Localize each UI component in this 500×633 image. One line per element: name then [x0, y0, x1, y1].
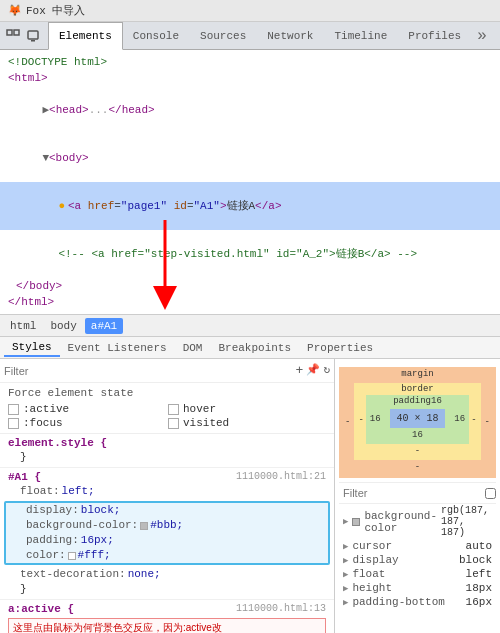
- inspect-element-icon[interactable]: [4, 27, 22, 45]
- css-prop-padding: padding: 16px;: [6, 533, 328, 548]
- computed-name-pb: padding-bottom: [352, 596, 461, 608]
- bg-color-swatch[interactable]: [140, 522, 148, 530]
- box-margin-bottom: -: [345, 462, 490, 472]
- computed-prop-list: ▶ background-color rgb(187, 187, 187) ▶ …: [339, 504, 496, 609]
- css-prop-val-padding: 16px;: [81, 533, 114, 548]
- checkbox-active[interactable]: [8, 404, 19, 415]
- state-visited[interactable]: visited: [168, 417, 326, 429]
- computed-arrow-bg: ▶: [343, 516, 348, 527]
- css-rule-a1: #A1 { 1110000.html:21 float: left; displ…: [0, 468, 334, 600]
- refresh-icon[interactable]: ↻: [323, 363, 330, 378]
- css-brace-close: }: [20, 450, 27, 465]
- css-prop-val-textdec: none;: [128, 567, 161, 582]
- css-prop-val-display: block;: [81, 503, 121, 518]
- box-margin-label: margin: [401, 369, 433, 379]
- box-margin-left: -: [345, 417, 350, 427]
- computed-item-cursor[interactable]: ▶ cursor auto: [339, 539, 496, 553]
- tab-properties[interactable]: Properties: [299, 340, 381, 356]
- computed-name-cursor: cursor: [352, 540, 461, 552]
- tab-event-listeners[interactable]: Event Listeners: [60, 340, 175, 356]
- more-tabs-icon[interactable]: »: [472, 26, 492, 46]
- state-hover[interactable]: hover: [168, 403, 326, 415]
- color-swatch[interactable]: [68, 552, 76, 560]
- state-hover-label: hover: [183, 403, 216, 415]
- dom-line-body[interactable]: ▼<body>: [0, 134, 500, 182]
- css-rule-element-style: element.style { }: [0, 434, 334, 468]
- dom-line-html: <html>: [0, 70, 500, 86]
- computed-val-display: block: [459, 554, 492, 566]
- breadcrumb-a1[interactable]: a#A1: [85, 318, 123, 334]
- tab-styles[interactable]: Styles: [4, 339, 60, 357]
- computed-filter-bar: Show all: [339, 482, 496, 504]
- devtools-tab-console[interactable]: Console: [123, 22, 190, 50]
- dom-line-head[interactable]: ▶<head>...</head>: [0, 86, 500, 134]
- computed-arrow-cursor: ▶: [343, 541, 348, 552]
- computed-filter-input[interactable]: [343, 487, 481, 499]
- css-source-a-active[interactable]: 1110000.html:13: [236, 603, 326, 615]
- box-border-label: border: [401, 384, 433, 394]
- computed-val-cursor: auto: [466, 540, 492, 552]
- computed-name-height: height: [352, 582, 461, 594]
- breadcrumb-html[interactable]: html: [4, 318, 42, 334]
- devtools-tab-elements[interactable]: Elements: [48, 22, 123, 50]
- computed-arrow-height: ▶: [343, 583, 348, 594]
- box-padding-label: padding16: [393, 396, 442, 406]
- add-style-icon[interactable]: +: [296, 363, 304, 378]
- devtools-menu-icon[interactable]: ⋮: [496, 26, 500, 46]
- title-bar-text: Fox 中导入: [26, 3, 85, 18]
- devtools-tab-network[interactable]: Network: [257, 22, 324, 50]
- css-rule-a-active-header: a:active { 1110000.html:13: [0, 602, 334, 616]
- checkbox-visited[interactable]: [168, 418, 179, 429]
- annotation-chinese: 这里点由鼠标为何背景色交反应，因为:active改为#A1:active才有反应…: [8, 618, 326, 633]
- breadcrumb-body[interactable]: body: [44, 318, 82, 334]
- box-padding-right: 16: [454, 414, 465, 424]
- css-prop-text-decoration: text-decoration: none;: [0, 567, 334, 582]
- computed-val-float: left: [466, 568, 492, 580]
- computed-item-bg-color[interactable]: ▶ background-color rgb(187, 187, 187): [339, 504, 496, 539]
- css-prop-display: display: block;: [6, 503, 328, 518]
- computed-item-display[interactable]: ▶ display block: [339, 553, 496, 567]
- state-focus[interactable]: :focus: [8, 417, 166, 429]
- box-border-left: -: [358, 415, 363, 425]
- css-prop-name-bg: background-color:: [26, 518, 138, 533]
- svg-rect-3: [31, 40, 35, 42]
- device-mode-icon[interactable]: [24, 27, 42, 45]
- devtools-tab-timeline[interactable]: Timeline: [324, 22, 398, 50]
- main-content: + 📌 ↻ Force element state :active hover: [0, 359, 500, 633]
- state-active[interactable]: :active: [8, 403, 166, 415]
- css-prop-float: float: left;: [0, 484, 334, 499]
- dom-line-html-close: </html>: [0, 294, 500, 310]
- state-active-label: :active: [23, 403, 69, 415]
- breadcrumb-bar: html body a#A1: [0, 315, 500, 337]
- tab-dom[interactable]: DOM: [175, 340, 211, 356]
- checkbox-focus[interactable]: [8, 418, 19, 429]
- dom-panel: <!DOCTYPE html> <html> ▶<head>...</head>…: [0, 50, 500, 315]
- computed-val-bg: rgb(187, 187, 187): [441, 505, 492, 538]
- computed-arrow-display: ▶: [343, 555, 348, 566]
- css-source-a1[interactable]: 1110000.html:21: [236, 471, 326, 483]
- devtools-tab-sources[interactable]: Sources: [190, 22, 257, 50]
- tab-breakpoints[interactable]: Breakpoints: [210, 340, 299, 356]
- styles-panel: + 📌 ↻ Force element state :active hover: [0, 359, 335, 633]
- computed-arrow-float: ▶: [343, 569, 348, 580]
- pin-icon[interactable]: 📌: [306, 363, 320, 378]
- css-a1-brace-close: }: [20, 582, 27, 597]
- box-model-panel: margin - border - padding16 16: [335, 359, 500, 633]
- highlighted-block-a1: display: block; background-color: #bbb; …: [4, 501, 330, 565]
- dom-line-a1[interactable]: ●<a href="page1" id="A1">链接A</a>: [0, 182, 500, 230]
- computed-item-float[interactable]: ▶ float left: [339, 567, 496, 581]
- devtools-tabs-list: ElementsConsoleSourcesNetworkTimelinePro…: [48, 22, 472, 50]
- box-content: 40 × 18: [390, 409, 444, 428]
- checkbox-hover[interactable]: [168, 404, 179, 415]
- css-prop-name-color: color:: [26, 548, 66, 563]
- css-prop-name-padding: padding:: [26, 533, 79, 548]
- computed-item-padding-bottom[interactable]: ▶ padding-bottom 16px: [339, 595, 496, 609]
- computed-item-height[interactable]: ▶ height 18px: [339, 581, 496, 595]
- filter-input[interactable]: [4, 365, 292, 377]
- title-bar: 🦊 Fox 中导入: [0, 0, 500, 22]
- css-prop-name-textdec: text-decoration:: [20, 567, 126, 582]
- devtools-tab-profiles[interactable]: Profiles: [398, 22, 472, 50]
- css-prop-line-close: }: [0, 450, 334, 465]
- css-prop-a1-close: }: [0, 582, 334, 597]
- show-all-checkbox[interactable]: [485, 488, 496, 499]
